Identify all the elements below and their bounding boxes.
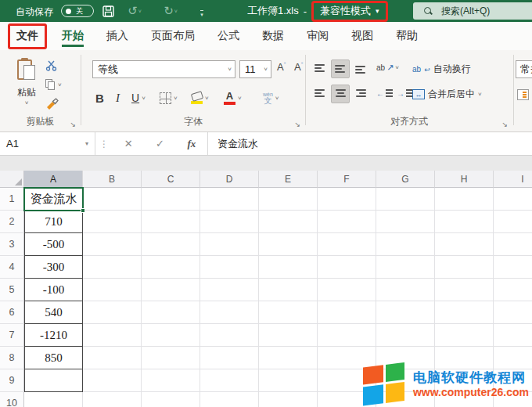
cell-D2[interactable] xyxy=(200,211,259,233)
wrap-text-button[interactable]: ab ↩ 自动换行 xyxy=(412,63,471,76)
cell-I5[interactable] xyxy=(494,279,532,301)
cell-A8[interactable]: 850 xyxy=(24,347,83,369)
column-header-C[interactable]: C xyxy=(142,171,200,188)
enter-button[interactable]: ✓ xyxy=(156,138,164,149)
cell-E10[interactable] xyxy=(259,392,318,407)
cell-B8[interactable] xyxy=(83,347,142,369)
tab-formulas[interactable]: 公式 xyxy=(210,23,247,49)
tab-help[interactable]: 帮助 xyxy=(388,23,426,49)
formula-input[interactable]: 资金流水 xyxy=(208,132,532,155)
cell-E8[interactable] xyxy=(259,347,318,369)
tab-insert[interactable]: 插入 xyxy=(99,23,136,49)
cell-E1[interactable] xyxy=(259,188,318,211)
cell-B10[interactable] xyxy=(83,392,142,407)
copy-button[interactable]: ˅ xyxy=(45,75,77,94)
cell-G6[interactable] xyxy=(376,301,435,324)
insert-function-button[interactable]: fx xyxy=(187,138,196,150)
increase-indent-button[interactable]: → xyxy=(397,88,413,98)
cell-H4[interactable] xyxy=(435,256,494,279)
cell-F6[interactable] xyxy=(318,301,376,324)
cell-F1[interactable] xyxy=(318,188,376,211)
underline-button[interactable]: U ˅ xyxy=(131,88,146,108)
cell-E9[interactable] xyxy=(259,369,318,392)
accounting-format-icon[interactable] xyxy=(517,89,529,100)
cell-D9[interactable] xyxy=(200,369,259,392)
select-all-corner[interactable] xyxy=(0,171,24,188)
cell-C4[interactable] xyxy=(142,256,200,279)
redo-button[interactable]: ↻ ˅ xyxy=(163,4,178,18)
cell-B2[interactable] xyxy=(83,211,142,233)
undo-button[interactable]: ↺ ˅ xyxy=(127,4,142,18)
cell-B1[interactable] xyxy=(83,188,142,211)
cell-C1[interactable] xyxy=(142,188,200,211)
cell-B5[interactable] xyxy=(83,279,142,301)
cell-G4[interactable] xyxy=(376,256,435,279)
cell-G5[interactable] xyxy=(376,279,435,301)
tab-file[interactable]: 文件 xyxy=(8,23,47,49)
cut-button[interactable] xyxy=(45,56,77,75)
font-dialog-launcher[interactable]: ↘ xyxy=(294,121,300,128)
cell-A9[interactable] xyxy=(24,369,83,392)
cell-E7[interactable] xyxy=(259,324,318,347)
font-name-select[interactable]: 等线 ˅ xyxy=(92,60,235,78)
row-header-4[interactable]: 4 xyxy=(0,256,24,279)
cell-H5[interactable] xyxy=(435,279,494,301)
cell-C8[interactable] xyxy=(142,347,200,369)
column-header-D[interactable]: D xyxy=(200,171,259,188)
cell-A6[interactable]: 540 xyxy=(24,301,83,324)
cell-C3[interactable] xyxy=(142,233,200,256)
alignment-dialog-launcher[interactable]: ↘ xyxy=(501,121,508,128)
align-middle-button[interactable] xyxy=(331,59,350,78)
cell-I4[interactable] xyxy=(494,256,532,279)
decrease-indent-button[interactable]: ← xyxy=(376,88,393,98)
cell-H6[interactable] xyxy=(435,301,494,324)
tab-page-layout[interactable]: 页面布局 xyxy=(143,23,203,49)
cell-E6[interactable] xyxy=(259,301,318,324)
customize-toolbar-button[interactable]: ▾ xyxy=(194,6,210,20)
row-header-8[interactable]: 8 xyxy=(0,347,24,369)
cell-G2[interactable] xyxy=(376,211,435,233)
align-bottom-button[interactable] xyxy=(351,59,370,78)
cancel-button[interactable]: ✕ xyxy=(124,138,133,149)
column-header-B[interactable]: B xyxy=(83,171,142,188)
cell-B3[interactable] xyxy=(83,233,142,256)
save-button[interactable] xyxy=(100,4,116,18)
grow-font-button[interactable]: Aˆ xyxy=(277,61,286,73)
column-header-H[interactable]: H xyxy=(435,171,494,188)
cell-I7[interactable] xyxy=(494,324,532,347)
row-header-1[interactable]: 1 xyxy=(0,188,24,211)
cell-C7[interactable] xyxy=(142,324,200,347)
cell-H2[interactable] xyxy=(435,211,494,233)
column-header-E[interactable]: E xyxy=(259,171,318,188)
row-header-9[interactable]: 9 xyxy=(0,369,24,392)
cell-B9[interactable] xyxy=(83,369,142,392)
cell-E2[interactable] xyxy=(259,211,318,233)
row-header-5[interactable]: 5 xyxy=(0,279,24,301)
bold-button[interactable]: B xyxy=(95,88,104,108)
cell-G1[interactable] xyxy=(376,188,435,211)
cell-D8[interactable] xyxy=(200,347,259,369)
cell-D5[interactable] xyxy=(200,279,259,301)
merge-center-button[interactable]: ↔ 合并后居中 ˅ xyxy=(412,88,482,101)
cell-C10[interactable] xyxy=(142,392,200,407)
number-format-select[interactable]: 常规 xyxy=(516,60,532,78)
italic-button[interactable]: I xyxy=(116,88,120,108)
format-painter-button[interactable] xyxy=(45,94,77,113)
shrink-font-button[interactable]: Aˇ xyxy=(294,61,303,73)
borders-button[interactable]: ˅ xyxy=(160,88,178,108)
tab-data[interactable]: 数据 xyxy=(254,23,292,49)
fill-handle[interactable] xyxy=(81,208,85,213)
cell-F5[interactable] xyxy=(318,279,376,301)
cell-A1[interactable]: 资金流水 xyxy=(24,188,83,211)
paste-button[interactable]: 粘贴 ˅ xyxy=(9,56,44,117)
cell-E5[interactable] xyxy=(259,279,318,301)
tab-home[interactable]: 开始 xyxy=(54,23,92,49)
cell-H3[interactable] xyxy=(435,233,494,256)
clipboard-dialog-launcher[interactable]: ↘ xyxy=(70,121,76,128)
cell-E3[interactable] xyxy=(259,233,318,256)
cell-F4[interactable] xyxy=(318,256,376,279)
cell-H1[interactable] xyxy=(435,188,494,211)
cell-C9[interactable] xyxy=(142,369,200,392)
autosave-toggle[interactable]: 关 xyxy=(61,5,94,17)
cell-I3[interactable] xyxy=(494,233,532,256)
